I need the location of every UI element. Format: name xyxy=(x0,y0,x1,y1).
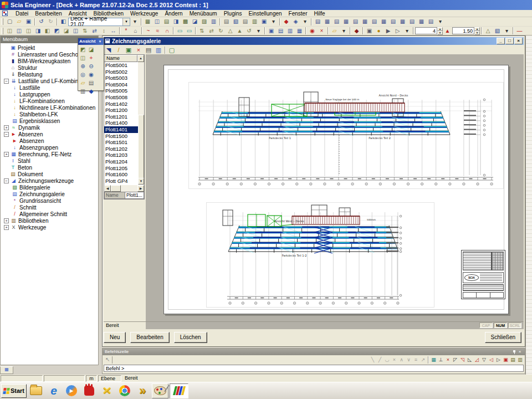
print-icon[interactable]: ▤ xyxy=(222,18,231,25)
curve-icon[interactable]: ~ xyxy=(144,27,153,35)
plot-list-item[interactable]: Plott5001 xyxy=(104,62,138,69)
tree-item-werkzeuge[interactable]: +XWerkzeuge xyxy=(1,224,98,231)
delete-icon[interactable]: ◉ xyxy=(308,27,317,35)
plot-list-item[interactable]: Plott5003 xyxy=(104,75,138,81)
plot-list-item[interactable]: Plott1401 xyxy=(104,126,138,133)
menu-item-ansicht[interactable]: Ansicht xyxy=(65,10,90,17)
expand-icon[interactable]: + xyxy=(4,152,9,157)
snap-cancel-icon[interactable]: × xyxy=(391,356,398,364)
close-window-icon[interactable]: ▦ xyxy=(341,18,351,25)
zoom-out-icon[interactable]: ⊖ xyxy=(87,62,95,70)
collapse-icon[interactable]: − xyxy=(4,132,9,137)
document-icon[interactable]: ▩ xyxy=(181,18,190,25)
window-view-9-icon[interactable]: ▤ xyxy=(426,18,436,25)
gallery-title-bar[interactable]: Zeichnungsgalerie _ □ × xyxy=(104,37,524,45)
tree-item-bildergalerie[interactable]: ▧Bildergalerie xyxy=(1,184,98,191)
internal-node-icon[interactable]: ↔ xyxy=(109,27,118,35)
redo-icon[interactable]: ↻ xyxy=(46,18,55,25)
results-icon[interactable]: ▤ xyxy=(162,18,171,25)
print-group-dropdown[interactable]: ▾ xyxy=(269,18,278,25)
horizontal-scrollbar[interactable]: ◀ ▶ xyxy=(104,185,144,192)
plot-list-item[interactable]: Plott1205 xyxy=(104,165,138,172)
window-view-7-icon[interactable]: ▤ xyxy=(407,18,417,25)
snap-line-icon[interactable]: ╲ xyxy=(369,356,376,364)
list-column-header[interactable]: Name xyxy=(104,55,137,62)
start-button[interactable]: Start xyxy=(1,384,27,398)
tree-item-stahl[interactable]: IStahl xyxy=(1,157,98,164)
plot-list-item[interactable]: Plott5002 xyxy=(104,69,138,75)
column-icon[interactable]: ◫ xyxy=(14,27,24,35)
stretch-icon[interactable]: ↺ xyxy=(244,27,254,35)
command-input[interactable]: Befehl > xyxy=(104,365,524,372)
tree-item-zeichnungsgalerie[interactable]: ▤Zeichnungsgalerie xyxy=(1,191,98,197)
copy-drawing-icon[interactable]: ▣ xyxy=(124,46,134,54)
bim-icon[interactable]: ◪ xyxy=(190,18,200,25)
toolbar-grip[interactable] xyxy=(2,28,3,34)
tree-item-lf-kombinationen[interactable]: ↓LF-Kombinationen xyxy=(1,98,98,104)
save-icon[interactable]: ▣ xyxy=(24,18,33,25)
folder-dropdown[interactable]: ▾ xyxy=(339,27,349,35)
axes-icon[interactable]: + xyxy=(87,54,95,62)
plot-list-item[interactable]: Plott GP2 xyxy=(104,184,138,185)
tree-item-dokument[interactable]: ▤Dokument xyxy=(1,171,98,177)
intersection-icon[interactable]: ↕ xyxy=(99,27,109,35)
print-view-icon[interactable]: ▤ xyxy=(87,79,95,87)
gallery-icon[interactable]: ▨ xyxy=(200,18,209,25)
menu-item-menübaum[interactable]: Menübaum xyxy=(186,10,221,17)
pin-icon[interactable] xyxy=(511,349,517,355)
snap-tangent-icon[interactable]: ▽ xyxy=(480,356,488,364)
line-icon[interactable]: — xyxy=(515,27,524,35)
edit-drawing-icon[interactable]: / xyxy=(114,46,124,54)
media-player-icon[interactable]: ▶ xyxy=(63,383,80,398)
scale-field[interactable]: 4 xyxy=(415,27,437,34)
plot-list-item[interactable]: Plott1200 xyxy=(104,107,138,114)
scroll-left-icon[interactable]: ◀ xyxy=(104,185,111,192)
undo-icon[interactable]: ↺ xyxy=(37,18,46,25)
print-preview-icon[interactable]: ▧ xyxy=(231,18,241,25)
zoom-all-icon[interactable]: ◉ xyxy=(87,70,95,79)
new-button[interactable]: Neu xyxy=(104,332,126,343)
tree-item-nichtlineare-lf-kombinationen[interactable]: ↓Nichtlineare LF-Kombinationen xyxy=(1,104,98,111)
plot-list-item[interactable]: Plott1203 xyxy=(104,152,138,158)
expand-icon[interactable]: + xyxy=(4,218,9,223)
tree-item-zeichnungswerkzeuge[interactable]: −◢Zeichnungswerkzeuge xyxy=(1,177,98,184)
view-z-icon[interactable]: ◫ xyxy=(79,54,87,62)
preview-icon[interactable]: ▥ xyxy=(79,87,87,95)
hinge-icon[interactable]: ▭ xyxy=(175,27,185,35)
project-combobox[interactable]: Deck + Rampe 21.07▾ xyxy=(68,18,130,26)
tree-item-schnitt[interactable]: /Schnitt xyxy=(1,204,98,211)
mesh-icon[interactable]: ◨ xyxy=(171,18,181,25)
tree-item-allgemeiner-schnitt[interactable]: /Allgemeiner Schnitt xyxy=(1,211,98,217)
menu-item-werkzeuge[interactable]: Werkzeuge xyxy=(127,10,161,17)
drawing-canvas[interactable]: Ansicht Nord – DecksNeue Traglage bei de… xyxy=(146,54,524,329)
print-drawing-icon[interactable]: ▤ xyxy=(144,46,154,54)
export-drawing-icon[interactable]: ▥ xyxy=(154,46,163,54)
ratio-field[interactable]: 1.50 xyxy=(452,27,474,34)
report-icon[interactable]: ▥ xyxy=(209,18,218,25)
snap-node-icon[interactable]: ◁ xyxy=(488,356,495,364)
plot-list-item[interactable]: Plott5004 xyxy=(104,81,138,88)
collapse-icon[interactable]: − xyxy=(4,79,9,84)
connect-members-icon[interactable]: ⌂ xyxy=(131,27,140,35)
subregion-icon[interactable]: ⇄ xyxy=(90,27,99,35)
scale-small-icon[interactable]: ▧ xyxy=(493,27,502,35)
colored-view-icon[interactable]: ● xyxy=(374,27,383,35)
combo-extra-dropdown[interactable]: ▾ xyxy=(130,18,140,25)
tree-item-ergebnisklassen[interactable]: ▤Ergebnisklassen xyxy=(1,117,98,124)
expand-icon[interactable]: + xyxy=(4,125,9,130)
member-1d-icon[interactable]: ◫ xyxy=(5,27,14,35)
menu-item-fenster[interactable]: Fenster xyxy=(285,10,311,17)
open-icon[interactable]: ▱ xyxy=(14,18,24,25)
user-block-4-icon[interactable]: ▦ xyxy=(295,27,304,35)
chevron-down-icon[interactable]: ▾ xyxy=(98,39,103,44)
toolbar-grip[interactable] xyxy=(2,18,3,25)
plot-list-item[interactable]: Plott1202 xyxy=(104,146,138,152)
tile-windows-icon[interactable]: ▤ xyxy=(332,18,341,25)
menu-tree-tab[interactable]: ▦ xyxy=(0,366,13,374)
menu-item-ändern[interactable]: Ändern xyxy=(161,10,186,17)
minimize-icon[interactable]: _ xyxy=(497,38,505,44)
export-picture-icon[interactable]: ▥ xyxy=(250,18,259,25)
star-node-icon[interactable]: * xyxy=(121,27,131,35)
new-window-icon[interactable]: ▤ xyxy=(313,18,323,25)
view-y-icon[interactable]: ◪ xyxy=(87,45,95,54)
